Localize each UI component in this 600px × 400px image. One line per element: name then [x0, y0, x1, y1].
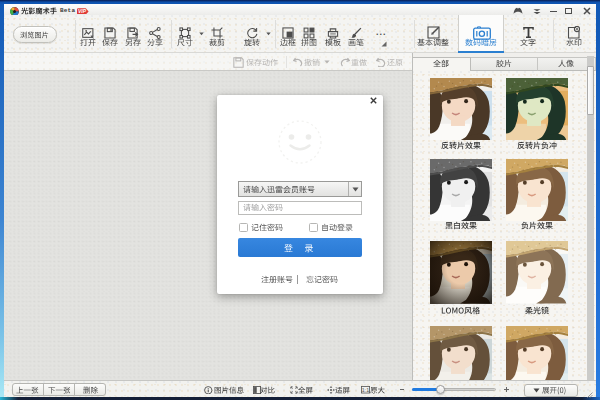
svg-text:VIP: VIP — [77, 9, 86, 14]
svg-text:1:1: 1:1 — [361, 387, 368, 393]
